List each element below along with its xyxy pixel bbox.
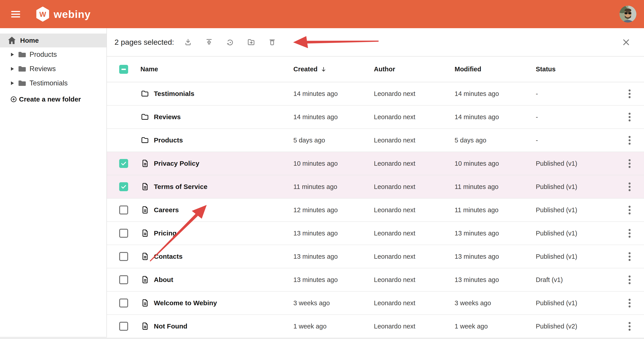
row-author: Leonardo next: [374, 300, 454, 307]
sidebar-folder-label: Testimonials: [30, 79, 68, 87]
bulk-actions: [183, 37, 277, 47]
checkmark-icon: [120, 182, 127, 191]
delete-button[interactable]: [267, 37, 277, 47]
table-row[interactable]: Privacy Policy 10 minutes ago Leonardo n…: [107, 152, 644, 175]
column-header-modified[interactable]: Modified: [454, 66, 536, 73]
create-folder-label: Create a new folder: [19, 96, 81, 103]
row-created: 12 minutes ago: [294, 206, 374, 214]
row-checkbox[interactable]: [119, 252, 128, 261]
document-icon: [140, 298, 154, 308]
publish-icon: [204, 37, 214, 47]
folder-icon: [140, 112, 154, 122]
table-row[interactable]: Contacts 13 minutes ago Leonardo next 13…: [107, 245, 644, 268]
svg-text:W: W: [39, 10, 46, 18]
sidebar-item-home[interactable]: Home: [0, 34, 106, 48]
page-list-panel: 2 pages selected:: [107, 28, 644, 338]
download-icon: [183, 37, 193, 47]
brand-wordmark: webiny: [54, 8, 90, 20]
row-checkbox[interactable]: [119, 229, 128, 238]
row-created: 11 minutes ago: [294, 183, 374, 190]
row-menu-button[interactable]: [624, 228, 634, 238]
publish-button[interactable]: [204, 37, 214, 47]
row-created: 1 week ago: [294, 323, 374, 330]
row-author: Leonardo next: [374, 253, 454, 260]
download-button[interactable]: [183, 37, 193, 47]
row-menu-button[interactable]: [624, 275, 634, 285]
row-author: Leonardo next: [374, 113, 454, 121]
row-name: Products: [154, 136, 294, 144]
row-author: Leonardo next: [374, 276, 454, 284]
row-name: Welcome to Webiny: [154, 299, 294, 307]
row-checkbox[interactable]: [119, 159, 128, 168]
row-menu-button[interactable]: [624, 298, 634, 308]
expand-caret-icon[interactable]: [11, 67, 14, 71]
restore-button[interactable]: [225, 37, 235, 47]
row-checkbox[interactable]: [119, 322, 128, 331]
expand-caret-icon[interactable]: [11, 82, 14, 85]
table-row[interactable]: Products 5 days ago Leonardo next 5 days…: [107, 129, 644, 152]
checkmark-icon: [120, 159, 127, 168]
created-header-label: Created: [294, 66, 318, 73]
row-created: 13 minutes ago: [294, 230, 374, 237]
folder-icon: [140, 136, 154, 145]
row-checkbox[interactable]: [119, 275, 128, 284]
row-checkbox[interactable]: [119, 298, 128, 308]
row-status: Published (v1): [536, 206, 619, 214]
row-checkbox[interactable]: [119, 206, 128, 214]
selection-toolbar: 2 pages selected:: [107, 28, 644, 56]
create-folder-button[interactable]: Create a new folder: [0, 93, 81, 106]
table-row[interactable]: Not Found 1 week ago Leonardo next 1 wee…: [107, 315, 644, 338]
row-menu-button[interactable]: [624, 182, 634, 192]
table-row[interactable]: About 13 minutes ago Leonardo next 13 mi…: [107, 268, 644, 292]
row-modified: 5 days ago: [454, 137, 536, 144]
trash-icon: [267, 37, 277, 47]
row-checkbox[interactable]: [119, 182, 128, 191]
sidebar-folder-item[interactable]: Testimonials: [0, 76, 106, 90]
select-all-checkbox[interactable]: [119, 65, 128, 74]
row-menu-button[interactable]: [624, 158, 634, 168]
annotation-arrow-toolbar: [290, 36, 382, 56]
row-menu-button[interactable]: [624, 321, 634, 331]
app-bar: W webiny: [0, 0, 644, 28]
row-menu-button[interactable]: [624, 89, 634, 98]
row-status: Published (v1): [536, 300, 619, 307]
sidebar-folder-item[interactable]: Reviews: [0, 62, 106, 76]
row-author: Leonardo next: [374, 183, 454, 190]
folder-icon: [18, 51, 26, 58]
restore-icon: [225, 37, 235, 47]
row-status: -: [536, 90, 619, 98]
home-icon: [8, 36, 16, 45]
row-created: 13 minutes ago: [294, 253, 374, 260]
row-menu-button[interactable]: [624, 135, 634, 145]
logo-hexagon-icon: W: [36, 6, 49, 22]
row-status: -: [536, 137, 619, 144]
table-row[interactable]: Welcome to Webiny 3 weeks ago Leonardo n…: [107, 292, 644, 315]
row-menu-button[interactable]: [624, 205, 634, 215]
table-row[interactable]: Terms of Service 11 minutes ago Leonardo…: [107, 175, 644, 198]
row-menu-button[interactable]: [624, 252, 634, 262]
table-row[interactable]: Reviews 14 minutes ago Leonardo next 14 …: [107, 106, 644, 129]
move-to-folder-button[interactable]: [246, 37, 256, 47]
table-row[interactable]: Testimonials 14 minutes ago Leonardo nex…: [107, 82, 644, 106]
expand-caret-icon[interactable]: [11, 53, 14, 56]
column-header-status[interactable]: Status: [536, 66, 619, 73]
row-status: Published (v1): [536, 160, 619, 167]
close-icon: [621, 37, 631, 47]
row-modified: 10 minutes ago: [454, 160, 536, 167]
hamburger-menu-icon[interactable]: [11, 11, 20, 18]
user-avatar[interactable]: [620, 6, 636, 22]
document-icon: [140, 182, 154, 191]
close-selection-button[interactable]: [621, 37, 631, 47]
column-header-author[interactable]: Author: [374, 66, 454, 73]
column-header-name[interactable]: Name: [140, 66, 294, 73]
sidebar-folder-item[interactable]: Products: [0, 48, 106, 62]
sort-descending-icon: [320, 66, 327, 73]
move-to-folder-icon: [246, 37, 256, 47]
table-row[interactable]: Careers 12 minutes ago Leonardo next 11 …: [107, 198, 644, 222]
folder-icon: [18, 65, 26, 72]
table-row[interactable]: Pricing 13 minutes ago Leonardo next 13 …: [107, 222, 644, 245]
column-header-created[interactable]: Created: [294, 66, 374, 73]
row-menu-button[interactable]: [624, 112, 634, 122]
sidebar-folder-label: Reviews: [30, 65, 56, 73]
row-author: Leonardo next: [374, 230, 454, 237]
